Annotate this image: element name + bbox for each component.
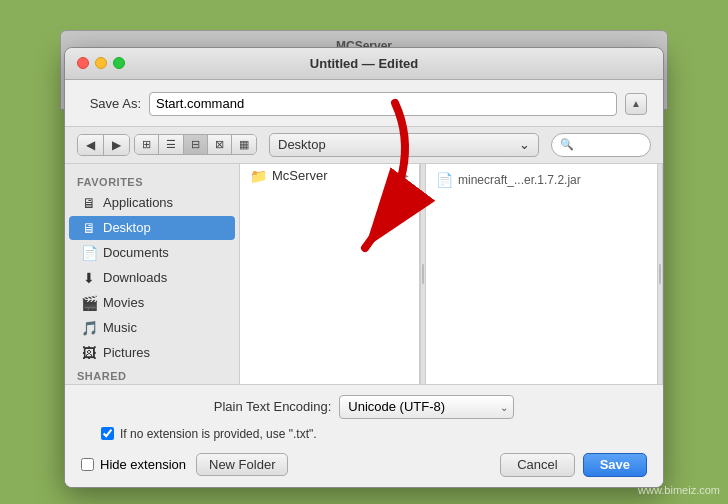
applications-icon: 🖥 bbox=[81, 195, 97, 211]
sidebar-item-movies-label: Movies bbox=[103, 295, 144, 310]
column-separator-2[interactable] bbox=[657, 164, 663, 384]
sidebar-item-music-label: Music bbox=[103, 320, 137, 335]
desktop-icon: 🖥 bbox=[81, 220, 97, 236]
sidebar-item-movies[interactable]: 🎬 Movies bbox=[69, 291, 235, 315]
view-icons-button[interactable]: ⊞ bbox=[135, 135, 159, 154]
view-buttons: ⊞ ☰ ⊟ ⊠ ▦ bbox=[134, 134, 257, 155]
sidebar-item-documents-label: Documents bbox=[103, 245, 169, 260]
left-buttons: Hide extension New Folder bbox=[81, 453, 288, 476]
new-folder-button[interactable]: New Folder bbox=[196, 453, 288, 476]
sidebar-item-documents[interactable]: 📄 Documents bbox=[69, 241, 235, 265]
view-list-button[interactable]: ☰ bbox=[159, 135, 184, 154]
nav-buttons: ◀ ▶ bbox=[77, 134, 130, 156]
cancel-button[interactable]: Cancel bbox=[500, 453, 574, 477]
expand-button[interactable]: ▲ bbox=[625, 93, 647, 115]
hide-extension-row: Hide extension bbox=[81, 457, 186, 472]
favorites-label: FAVORITES bbox=[65, 172, 239, 190]
back-button[interactable]: ◀ bbox=[78, 135, 104, 155]
location-dropdown[interactable]: Desktop ⌄ bbox=[269, 133, 539, 157]
location-text: Desktop bbox=[278, 137, 326, 152]
shared-label: SHARED bbox=[65, 366, 239, 384]
toolbar: ◀ ▶ ⊞ ☰ ⊟ ⊠ ▦ Desktop ⌄ 🔍 bbox=[65, 126, 663, 164]
folder-icon: 📁 bbox=[250, 168, 266, 184]
sidebar-item-pictures-label: Pictures bbox=[103, 345, 150, 360]
minimize-button[interactable] bbox=[95, 57, 107, 69]
movies-icon: 🎬 bbox=[81, 295, 97, 311]
file-column-1: 📁 McServer ▶ bbox=[240, 164, 420, 384]
forward-button[interactable]: ▶ bbox=[104, 135, 129, 155]
save-as-row: Save As: ▲ bbox=[65, 80, 663, 126]
pictures-icon: 🖼 bbox=[81, 345, 97, 361]
jar-file-icon: 📄 bbox=[436, 172, 452, 188]
search-box[interactable]: 🔍 bbox=[551, 133, 651, 157]
file-column-2: 📄 minecraft_...er.1.7.2.jar bbox=[426, 164, 657, 384]
location-arrow-icon: ⌄ bbox=[519, 137, 530, 152]
sidebar-item-music[interactable]: 🎵 Music bbox=[69, 316, 235, 340]
music-icon: 🎵 bbox=[81, 320, 97, 336]
window-title: Untitled — Edited bbox=[310, 56, 418, 71]
close-button[interactable] bbox=[77, 57, 89, 69]
sidebar-item-applications-label: Applications bbox=[103, 195, 173, 210]
save-button[interactable]: Save bbox=[583, 453, 647, 477]
file-arrow-icon: ▶ bbox=[401, 170, 409, 181]
right-buttons: Cancel Save bbox=[500, 453, 647, 477]
downloads-icon: ⬇ bbox=[81, 270, 97, 286]
encoding-label: Plain Text Encoding: bbox=[214, 399, 332, 414]
view-columns-button[interactable]: ⊟ bbox=[184, 135, 208, 154]
file-item-mcserver[interactable]: 📁 McServer ▶ bbox=[240, 164, 419, 188]
traffic-lights bbox=[77, 57, 125, 69]
view-more-button[interactable]: ▦ bbox=[232, 135, 256, 154]
bottom-panel: Plain Text Encoding: Unicode (UTF-8) UTF… bbox=[65, 384, 663, 487]
encoding-select-wrapper: Unicode (UTF-8) UTF-16 ASCII Latin-1 ⌄ bbox=[339, 395, 514, 419]
sidebar-item-downloads[interactable]: ⬇ Downloads bbox=[69, 266, 235, 290]
encoding-select[interactable]: Unicode (UTF-8) UTF-16 ASCII Latin-1 bbox=[339, 395, 514, 419]
maximize-button[interactable] bbox=[113, 57, 125, 69]
sidebar-item-desktop-label: Desktop bbox=[103, 220, 151, 235]
title-bar: Untitled — Edited bbox=[65, 48, 663, 80]
search-icon: 🔍 bbox=[560, 138, 574, 151]
sidebar-item-desktop[interactable]: 🖥 Desktop bbox=[69, 216, 235, 240]
hide-extension-checkbox[interactable] bbox=[81, 458, 94, 471]
save-as-input[interactable] bbox=[149, 92, 617, 116]
watermark: www.bimeiz.com bbox=[638, 484, 720, 496]
hide-extension-label: Hide extension bbox=[100, 457, 186, 472]
encoding-row: Plain Text Encoding: Unicode (UTF-8) UTF… bbox=[81, 395, 647, 419]
file-item-mcserver-label: McServer bbox=[272, 168, 328, 183]
view-cover-button[interactable]: ⊠ bbox=[208, 135, 232, 154]
content-area: FAVORITES 🖥 Applications 🖥 Desktop 📄 Doc… bbox=[65, 164, 663, 384]
sidebar-item-pictures[interactable]: 🖼 Pictures bbox=[69, 341, 235, 365]
extension-checkbox-label: If no extension is provided, use ".txt". bbox=[120, 427, 317, 441]
extension-checkbox[interactable] bbox=[101, 427, 114, 440]
extension-checkbox-row: If no extension is provided, use ".txt". bbox=[81, 427, 647, 441]
sidebar-item-applications[interactable]: 🖥 Applications bbox=[69, 191, 235, 215]
save-as-label: Save As: bbox=[81, 96, 141, 111]
button-row: Hide extension New Folder Cancel Save bbox=[81, 449, 647, 477]
file-item-jar-label: minecraft_...er.1.7.2.jar bbox=[458, 173, 581, 187]
documents-icon: 📄 bbox=[81, 245, 97, 261]
file-item-jar[interactable]: 📄 minecraft_...er.1.7.2.jar bbox=[426, 168, 657, 192]
file-pane: 📁 McServer ▶ 📄 minecraft_...er.1.7.2.jar bbox=[240, 164, 663, 384]
sidebar: FAVORITES 🖥 Applications 🖥 Desktop 📄 Doc… bbox=[65, 164, 240, 384]
sidebar-item-downloads-label: Downloads bbox=[103, 270, 167, 285]
